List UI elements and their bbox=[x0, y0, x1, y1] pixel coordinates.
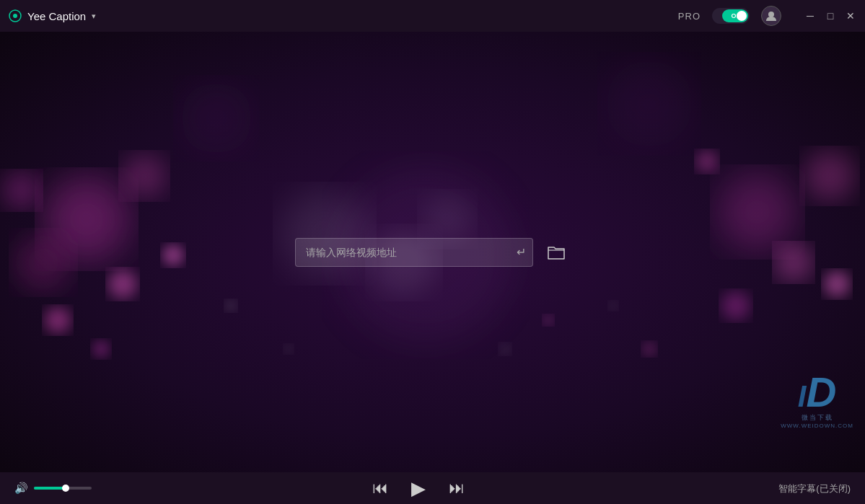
volume-knob bbox=[62, 485, 69, 492]
svg-point-24 bbox=[499, 343, 511, 355]
open-folder-button[interactable] bbox=[542, 238, 571, 267]
svg-point-7 bbox=[4, 172, 40, 208]
svg-point-1 bbox=[13, 14, 17, 18]
watermark-logo-prefix: I bbox=[798, 379, 807, 413]
url-input-area: ↵ bbox=[295, 238, 571, 267]
watermark: ID 微当下载 WWW.WEIDOWN.COM bbox=[781, 371, 853, 429]
status-area: 智能字幕(已关闭) bbox=[706, 482, 851, 495]
dropdown-arrow-icon[interactable]: ▾ bbox=[92, 12, 96, 21]
volume-slider[interactable] bbox=[34, 487, 92, 490]
minimize-button[interactable]: ─ bbox=[804, 10, 816, 22]
svg-point-29 bbox=[606, 61, 693, 147]
svg-point-23 bbox=[284, 345, 293, 353]
svg-point-8 bbox=[108, 270, 137, 299]
title-bar: Yee Caption ▾ PRO OFF ─ □ ✕ bbox=[0, 0, 865, 32]
volume-fill bbox=[34, 487, 66, 490]
play-button[interactable]: ▶ bbox=[411, 477, 426, 500]
url-input-wrapper: ↵ bbox=[295, 238, 533, 267]
svg-point-28 bbox=[180, 82, 253, 154]
watermark-logo-d: D bbox=[807, 368, 837, 415]
svg-point-18 bbox=[776, 244, 812, 280]
svg-point-16 bbox=[718, 172, 797, 252]
bottom-bar: 🔊 ⏮ ▶ ⏭ 智能字幕(已关闭) bbox=[0, 472, 865, 504]
svg-point-11 bbox=[92, 340, 110, 358]
enter-icon[interactable]: ↵ bbox=[517, 245, 526, 259]
svg-point-9 bbox=[45, 307, 71, 333]
svg-point-26 bbox=[642, 342, 657, 356]
pro-toggle[interactable]: OFF bbox=[712, 8, 750, 24]
svg-point-25 bbox=[609, 301, 618, 310]
url-input[interactable] bbox=[295, 238, 533, 267]
toggle-knob bbox=[737, 11, 747, 21]
user-icon bbox=[765, 9, 778, 22]
close-button[interactable]: ✕ bbox=[845, 10, 856, 22]
user-avatar[interactable] bbox=[761, 6, 781, 26]
maximize-button[interactable]: □ bbox=[825, 10, 836, 22]
pro-label: PRO bbox=[678, 11, 701, 22]
folder-icon bbox=[547, 244, 566, 260]
svg-point-22 bbox=[225, 300, 237, 311]
watermark-text2: WWW.WEIDOWN.COM bbox=[781, 423, 853, 429]
window-controls: ─ □ ✕ bbox=[804, 10, 856, 22]
watermark-logo: ID bbox=[781, 371, 853, 413]
titlebar-right: PRO OFF ─ □ ✕ bbox=[678, 6, 856, 26]
smart-caption-status: 智能字幕(已关闭) bbox=[778, 483, 851, 494]
main-content: ↵ ID 微当下载 WWW.WEIDOWN.COM bbox=[0, 32, 865, 472]
svg-point-2 bbox=[768, 12, 774, 17]
svg-point-21 bbox=[721, 291, 750, 320]
watermark-text1: 微当下载 bbox=[781, 413, 853, 423]
titlebar-left: Yee Caption ▾ bbox=[9, 9, 678, 22]
playback-controls: ⏮ ▶ ⏭ bbox=[130, 477, 706, 500]
svg-point-10 bbox=[162, 244, 184, 266]
svg-point-5 bbox=[14, 234, 72, 291]
svg-point-6 bbox=[123, 154, 166, 198]
svg-point-27 bbox=[543, 315, 553, 325]
svg-point-17 bbox=[804, 151, 855, 201]
app-icon bbox=[9, 9, 22, 22]
svg-point-19 bbox=[824, 271, 850, 297]
svg-point-15 bbox=[422, 194, 473, 244]
app-title: Yee Caption bbox=[27, 10, 86, 22]
volume-section: 🔊 bbox=[14, 482, 130, 495]
rewind-button[interactable]: ⏮ bbox=[372, 479, 388, 498]
svg-point-20 bbox=[696, 151, 718, 172]
fast-forward-button[interactable]: ⏭ bbox=[449, 479, 465, 498]
volume-icon[interactable]: 🔊 bbox=[14, 482, 28, 495]
